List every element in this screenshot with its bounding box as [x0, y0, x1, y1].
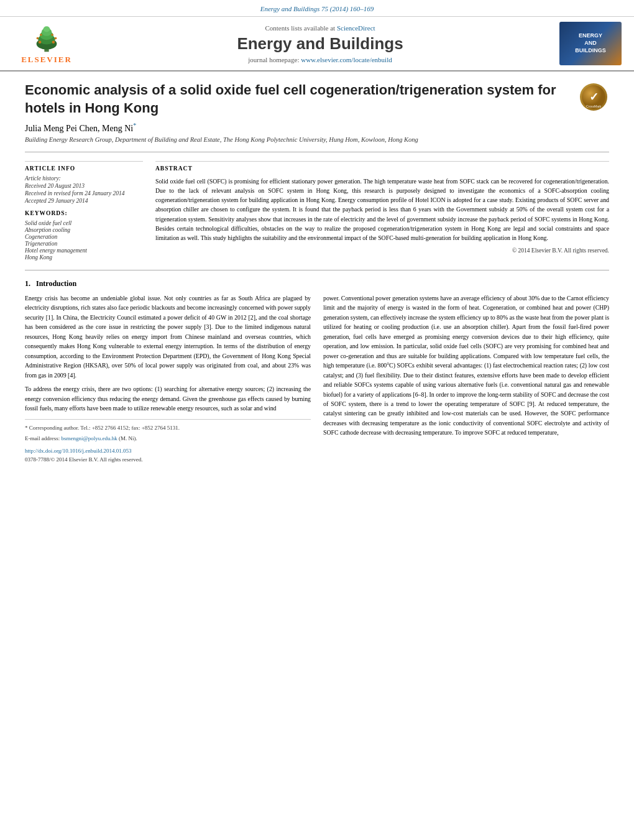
footnote-corresponding: * Corresponding author. Tel.: +852 2766 … — [25, 423, 311, 432]
doi-link: http://dx.doi.org/10.1016/j.enbuild.2014… — [25, 446, 311, 455]
body-columns: Energy crisis has become an undeniable g… — [25, 293, 609, 464]
eb-logo: ENERGY AND BUILDINGS — [559, 22, 622, 65]
elsevier-logo: ELSEVIER — [12, 22, 81, 65]
issn-line: 0378-7788/© 2014 Elsevier B.V. All right… — [25, 455, 311, 464]
intro-para-1: Energy crisis has become an undeniable g… — [25, 293, 311, 380]
svg-point-11 — [51, 34, 53, 36]
svg-point-6 — [39, 41, 42, 44]
keyword-4: Trigeneration — [25, 241, 143, 247]
keywords-label: Keywords: — [25, 210, 143, 216]
keyword-5: Hotel energy management — [25, 247, 143, 254]
svg-text:CrossMark: CrossMark — [586, 104, 602, 108]
journal-ref-text: Energy and Buildings 75 (2014) 160–169 — [260, 5, 374, 12]
journal-homepage-link[interactable]: www.elsevier.com/locate/enbuild — [301, 56, 392, 63]
abstract-text: Solid oxide fuel cell (SOFC) is promisin… — [155, 177, 609, 242]
doi-anchor[interactable]: http://dx.doi.org/10.1016/j.enbuild.2014… — [25, 448, 132, 454]
accepted-date: Accepted 29 January 2014 — [25, 198, 143, 204]
svg-point-9 — [55, 37, 57, 40]
abstract-section: ABSTRACT Solid oxide fuel cell (SOFC) is… — [155, 161, 609, 261]
history-label: Article history: — [25, 175, 143, 182]
svg-point-10 — [40, 34, 42, 36]
svg-point-8 — [37, 37, 39, 40]
article-info-label: ARTICLE INFO — [25, 165, 143, 172]
journal-header: ELSEVIER Contents lists available at Sci… — [0, 17, 634, 72]
abstract-label: ABSTRACT — [155, 165, 609, 172]
received-2: Received in revised form 24 January 2014 — [25, 190, 143, 196]
info-abstract-columns: ARTICLE INFO Article history: Received 2… — [25, 161, 609, 261]
contents-link: Contents lists available at ScienceDirec… — [81, 24, 559, 32]
elsevier-tree-icon — [22, 22, 71, 53]
divider-1 — [25, 152, 609, 152]
email-link[interactable]: bsmengni@polyu.edu.hk — [61, 435, 117, 441]
intro-heading: 1. Introduction — [25, 279, 609, 288]
body-right-col: power. Conventional power generation sys… — [323, 293, 609, 464]
intro-right-para-1: power. Conventional power generation sys… — [323, 293, 609, 438]
journal-title: Energy and Buildings — [81, 34, 559, 53]
main-content: Economic analysis of a solid oxide fuel … — [0, 72, 634, 476]
authors-line: Julia Meng Pei Chen, Meng Ni* — [25, 122, 609, 134]
crossmark-logo: ✓ CrossMark — [578, 81, 609, 113]
eb-logo-text: ENERGY AND BUILDINGS — [575, 32, 606, 54]
article-title: Economic analysis of a solid oxide fuel … — [25, 81, 569, 117]
body-left-col: Energy crisis has become an undeniable g… — [25, 293, 311, 464]
keyword-1: Solid oxide fuel cell — [25, 220, 143, 226]
article-title-section: Economic analysis of a solid oxide fuel … — [25, 81, 609, 117]
keyword-2: Absorption cooling — [25, 227, 143, 233]
elsevier-brand-text: ELSEVIER — [21, 55, 72, 65]
journal-homepage: journal homepage: www.elsevier.com/locat… — [81, 56, 559, 63]
affiliation-text: Building Energy Research Group, Departme… — [25, 136, 609, 143]
journal-ref-bar: Energy and Buildings 75 (2014) 160–169 — [0, 0, 634, 17]
svg-point-7 — [52, 41, 55, 44]
footnote-email: E-mail address: bsmengni@polyu.edu.hk (M… — [25, 434, 311, 443]
keyword-6: Hong Kong — [25, 254, 143, 261]
svg-point-5 — [44, 26, 50, 32]
svg-text:✓: ✓ — [589, 91, 599, 103]
article-info-column: ARTICLE INFO Article history: Received 2… — [25, 161, 143, 261]
divider-2 — [25, 270, 609, 270]
received-1: Received 20 August 2013 — [25, 183, 143, 189]
intro-para-2: To address the energy crisis, there are … — [25, 384, 311, 413]
keywords-section: Keywords: Solid oxide fuel cell Absorpti… — [25, 210, 143, 261]
sciencedirect-link[interactable]: ScienceDirect — [337, 24, 375, 32]
footnote-section: * Corresponding author. Tel.: +852 2766 … — [25, 419, 311, 464]
journal-center: Contents lists available at ScienceDirec… — [81, 24, 559, 63]
copyright-line: © 2014 Elsevier B.V. All rights reserved… — [155, 247, 609, 254]
keyword-3: Cogeneration — [25, 234, 143, 240]
